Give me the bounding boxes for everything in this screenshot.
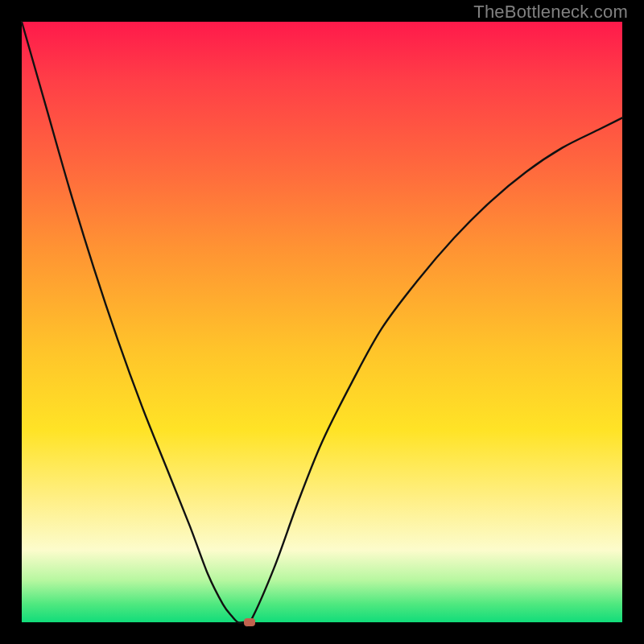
plot-area — [22, 22, 622, 622]
minimum-marker — [244, 618, 255, 626]
watermark-text: TheBottleneck.com — [473, 2, 628, 23]
chart-frame: TheBottleneck.com — [0, 0, 644, 644]
bottleneck-curve — [22, 22, 622, 626]
curve-svg — [22, 22, 622, 622]
